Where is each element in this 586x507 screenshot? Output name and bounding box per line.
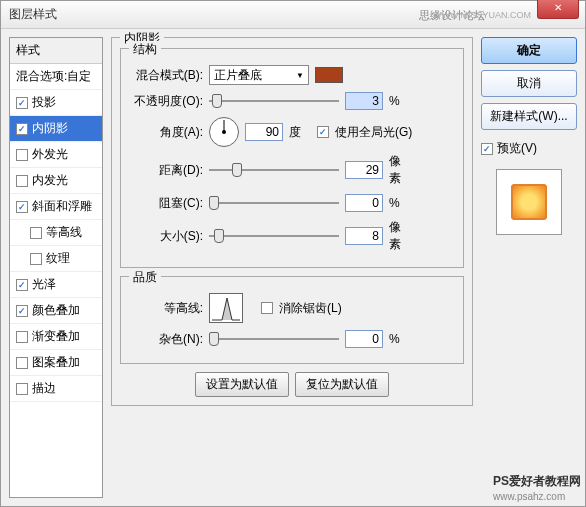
dialog-title: 图层样式: [9, 6, 57, 23]
titlebar: 图层样式 思缘设计论坛 WWW.MISSYUAN.COM ✕: [1, 1, 585, 29]
checkbox-icon[interactable]: [16, 149, 28, 161]
blend-mode-combo[interactable]: 正片叠底 ▼: [209, 65, 309, 85]
opacity-unit: %: [389, 94, 411, 108]
style-item-contour[interactable]: 等高线: [10, 220, 102, 246]
opacity-slider[interactable]: [209, 91, 339, 111]
noise-unit: %: [389, 332, 411, 346]
distance-unit: 像素: [389, 153, 411, 187]
style-item-bevel[interactable]: 斜面和浮雕: [10, 194, 102, 220]
style-item-stroke[interactable]: 描边: [10, 376, 102, 402]
reset-default-button[interactable]: 复位为默认值: [295, 372, 389, 397]
contour-icon: [210, 294, 242, 322]
style-item-outer-glow[interactable]: 外发光: [10, 142, 102, 168]
angle-unit: 度: [289, 124, 311, 141]
style-item-gradient-overlay[interactable]: 渐变叠加: [10, 324, 102, 350]
preview-box: [496, 169, 562, 235]
checkbox-icon[interactable]: [16, 201, 28, 213]
size-input[interactable]: 8: [345, 227, 383, 245]
checkbox-icon[interactable]: [16, 383, 28, 395]
set-default-button[interactable]: 设置为默认值: [195, 372, 289, 397]
checkbox-icon[interactable]: [16, 123, 28, 135]
new-style-button[interactable]: 新建样式(W)...: [481, 103, 577, 130]
angle-input[interactable]: 90: [245, 123, 283, 141]
noise-input[interactable]: 0: [345, 330, 383, 348]
choke-slider[interactable]: [209, 193, 339, 213]
blend-mode-label: 混合模式(B):: [129, 67, 203, 84]
choke-unit: %: [389, 196, 411, 210]
checkbox-icon[interactable]: [16, 279, 28, 291]
close-button[interactable]: ✕: [537, 0, 579, 19]
color-swatch[interactable]: [315, 67, 343, 83]
style-item-satin[interactable]: 光泽: [10, 272, 102, 298]
style-item-pattern-overlay[interactable]: 图案叠加: [10, 350, 102, 376]
choke-input[interactable]: 0: [345, 194, 383, 212]
opacity-label: 不透明度(O):: [129, 93, 203, 110]
distance-label: 距离(D):: [129, 162, 203, 179]
style-item-inner-glow[interactable]: 内发光: [10, 168, 102, 194]
contour-picker[interactable]: [209, 293, 243, 323]
preview-label: 预览(V): [497, 140, 537, 157]
noise-label: 杂色(N):: [129, 331, 203, 348]
blend-options[interactable]: 混合选项:自定: [10, 64, 102, 90]
style-item-color-overlay[interactable]: 颜色叠加: [10, 298, 102, 324]
checkbox-icon[interactable]: [30, 253, 42, 265]
choke-label: 阻塞(C):: [129, 195, 203, 212]
checkbox-icon[interactable]: [30, 227, 42, 239]
preview-checkbox[interactable]: [481, 143, 493, 155]
titlebar-url: WWW.MISSYUAN.COM: [433, 1, 531, 29]
styles-header: 样式: [10, 38, 102, 64]
style-item-inner-shadow[interactable]: 内阴影: [10, 116, 102, 142]
size-label: 大小(S):: [129, 228, 203, 245]
quality-title: 品质: [129, 269, 161, 286]
ok-button[interactable]: 确定: [481, 37, 577, 64]
watermark: PS爱好者教程网www.psahz.com: [493, 473, 581, 502]
global-light-label: 使用全局光(G): [335, 124, 412, 141]
angle-dial[interactable]: [209, 117, 239, 147]
right-panel: 确定 取消 新建样式(W)... 预览(V): [481, 37, 577, 498]
antialias-label: 消除锯齿(L): [279, 300, 342, 317]
checkbox-icon[interactable]: [16, 97, 28, 109]
style-item-texture[interactable]: 纹理: [10, 246, 102, 272]
preview-swatch: [511, 184, 547, 220]
styles-list: 样式 混合选项:自定 投影 内阴影 外发光 内发光 斜面和浮: [9, 37, 103, 498]
structure-title: 结构: [129, 41, 161, 58]
size-slider[interactable]: [209, 226, 339, 246]
checkbox-icon[interactable]: [16, 331, 28, 343]
noise-slider[interactable]: [209, 329, 339, 349]
chevron-down-icon: ▼: [296, 71, 304, 80]
cancel-button[interactable]: 取消: [481, 70, 577, 97]
settings-panel: 内阴影 结构 混合模式(B): 正片叠底 ▼ 不透明度(O):: [111, 37, 473, 498]
checkbox-icon[interactable]: [16, 175, 28, 187]
checkbox-icon[interactable]: [16, 357, 28, 369]
contour-label: 等高线:: [129, 300, 203, 317]
angle-label: 角度(A):: [129, 124, 203, 141]
antialias-checkbox[interactable]: [261, 302, 273, 314]
global-light-checkbox[interactable]: [317, 126, 329, 138]
distance-input[interactable]: 29: [345, 161, 383, 179]
size-unit: 像素: [389, 219, 411, 253]
opacity-input[interactable]: 3: [345, 92, 383, 110]
style-item-drop-shadow[interactable]: 投影: [10, 90, 102, 116]
distance-slider[interactable]: [209, 160, 339, 180]
checkbox-icon[interactable]: [16, 305, 28, 317]
